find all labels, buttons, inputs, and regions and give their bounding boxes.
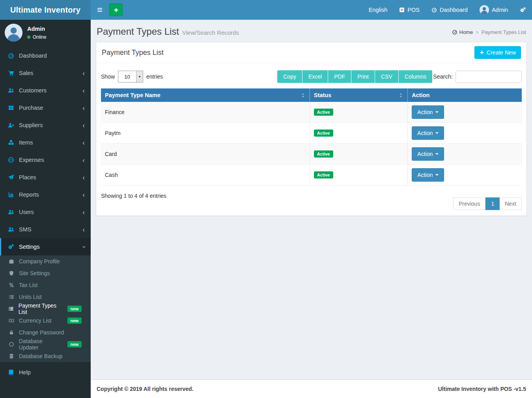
chevron-left-icon: ‹	[82, 139, 85, 146]
sidebar-item-help[interactable]: Help	[0, 364, 91, 381]
sidebar-item-sales[interactable]: Sales ‹	[0, 64, 91, 82]
sort-icon	[398, 93, 403, 98]
language-menu[interactable]: English	[363, 0, 394, 20]
content: Payment Types List View/Search Records H…	[91, 20, 532, 379]
caret-down-icon	[435, 132, 439, 134]
entries-label: entries	[146, 73, 163, 80]
action-dropdown-button[interactable]: Action	[412, 168, 444, 182]
search-input[interactable]	[455, 71, 522, 83]
status-badge: Active	[314, 171, 333, 178]
quick-add-button[interactable]	[109, 4, 123, 16]
user-plus-icon	[7, 122, 15, 128]
avatar	[5, 24, 22, 41]
box-title: Payment Types List	[102, 49, 164, 57]
new-badge: new	[67, 317, 82, 324]
table-row: Card Active Action	[101, 144, 522, 165]
avatar	[480, 5, 489, 15]
users-icon	[7, 209, 15, 215]
payment-type-name-cell: Card	[101, 144, 310, 165]
copyright-text: Copyright © 2019 All rights reserved.	[97, 386, 194, 392]
pagination: Previous 1 Next	[453, 197, 522, 210]
page-length-select[interactable]: 10 ▼	[118, 71, 143, 83]
sidebar-toggle-button[interactable]	[91, 0, 108, 20]
excel-button[interactable]: Excel	[302, 70, 328, 83]
pos-label: POS	[407, 7, 420, 13]
user-menu[interactable]: Admin	[474, 0, 514, 20]
payment-types-box: Payment Types List Create New Show 10 ▼	[96, 42, 527, 216]
search-control: Search:	[433, 71, 522, 83]
csv-button[interactable]: CSV	[375, 70, 399, 83]
top-navbar: Ultimate Inventory English POS Dashboard	[0, 0, 532, 20]
sidebar-item-dashboard[interactable]: Dashboard	[0, 47, 91, 64]
sidebar-subitem-tax-list[interactable]: Tax List	[0, 279, 91, 291]
sidebar-item-sms[interactable]: SMS ‹	[0, 221, 91, 238]
next-page-button[interactable]: Next	[500, 197, 522, 210]
sidebar-item-reports[interactable]: Reports ‹	[0, 186, 91, 203]
action-dropdown-button[interactable]: Action	[412, 105, 444, 119]
previous-page-button[interactable]: Previous	[453, 197, 485, 210]
breadcrumb-home-link[interactable]: Home	[452, 29, 473, 35]
sidebar-item-suppliers[interactable]: Suppliers ‹	[0, 116, 91, 134]
action-dropdown-button[interactable]: Action	[412, 147, 444, 161]
lock-icon	[8, 330, 15, 335]
table-info: Showing 1 to 4 of 4 entries	[101, 193, 166, 199]
settings-menu-button[interactable]	[514, 0, 532, 20]
sidebar: Admin Online Dashboard Sales ‹ Customers	[0, 20, 91, 398]
dashboard-label: Dashboard	[440, 7, 468, 13]
table-row: Finance Active Action	[101, 102, 522, 123]
sidebar-subitem-currency-list[interactable]: Currency List new	[0, 315, 91, 327]
sidebar-item-items[interactable]: Items ‹	[0, 134, 91, 151]
payment-type-name-cell: Cash	[101, 165, 310, 186]
gears-icon	[520, 7, 526, 13]
sidebar-item-customers[interactable]: Customers ‹	[0, 82, 91, 99]
settings-submenu: Company Profile Site Settings Tax List U…	[0, 255, 91, 362]
print-button[interactable]: Print	[351, 70, 375, 83]
navbar: English POS Dashboard Admin	[91, 0, 532, 20]
language-label: English	[369, 7, 388, 13]
sidebar-item-places[interactable]: Places ‹	[0, 169, 91, 186]
list-icon	[8, 306, 15, 312]
sidebar-subitem-company-profile[interactable]: Company Profile	[0, 255, 91, 267]
export-buttons: Copy Excel PDF Print CSV Columns	[277, 70, 432, 83]
brand[interactable]: Ultimate Inventory	[0, 0, 91, 20]
briefcase-icon	[8, 259, 15, 264]
percent-icon	[8, 282, 15, 288]
paper-plane-icon	[7, 174, 15, 180]
chevron-down-icon: ‹	[80, 246, 87, 248]
sort-icon	[301, 93, 306, 98]
money-icon	[8, 318, 15, 323]
copy-button[interactable]: Copy	[277, 70, 302, 83]
page-1-button[interactable]: 1	[485, 197, 500, 210]
sidebar-subitem-units-list[interactable]: Units List	[0, 291, 91, 303]
create-new-button[interactable]: Create New	[474, 46, 521, 59]
sidebar-subitem-change-password[interactable]: Change Password	[0, 327, 91, 338]
status-badge: Active	[314, 130, 333, 137]
sidebar-item-expenses[interactable]: Expenses ‹	[0, 151, 91, 169]
breadcrumb-current: Payment Types List	[482, 29, 526, 35]
user-name: Admin	[27, 26, 47, 32]
status-badge: Active	[314, 109, 333, 116]
sidebar-subitem-database-updater[interactable]: Database Updater new	[0, 338, 91, 350]
sidebar-menu-bottom: Help	[0, 364, 91, 381]
column-header-payment-type-name[interactable]: Payment Type Name	[101, 88, 310, 102]
minus-circle-icon	[7, 157, 15, 163]
dashboard-link[interactable]: Dashboard	[426, 0, 474, 20]
columns-button[interactable]: Columns	[399, 70, 432, 83]
sidebar-item-settings[interactable]: Settings ‹	[0, 238, 91, 255]
table-row: Paytm Active Action	[101, 123, 522, 144]
chevron-left-icon: ‹	[82, 105, 85, 111]
sidebar-item-purchase[interactable]: Purchase ‹	[0, 99, 91, 116]
action-dropdown-button[interactable]: Action	[412, 126, 444, 140]
sidebar-subitem-database-backup[interactable]: Database Backup	[0, 350, 91, 362]
chevron-left-icon: ‹	[82, 174, 85, 181]
sidebar-item-users[interactable]: Users ‹	[0, 203, 91, 221]
column-header-status[interactable]: Status	[310, 88, 408, 102]
content-header: Payment Types List View/Search Records H…	[96, 25, 527, 42]
pdf-button[interactable]: PDF	[328, 70, 351, 83]
box-header: Payment Types List Create New	[96, 42, 526, 63]
sidebar-subitem-payment-types-list[interactable]: Payment Types List new	[0, 303, 91, 315]
pos-link[interactable]: POS	[393, 0, 426, 20]
footer: Copyright © 2019 All rights reserved. Ul…	[91, 379, 532, 398]
plus-square-icon	[399, 7, 405, 13]
sidebar-subitem-site-settings[interactable]: Site Settings	[0, 267, 91, 279]
